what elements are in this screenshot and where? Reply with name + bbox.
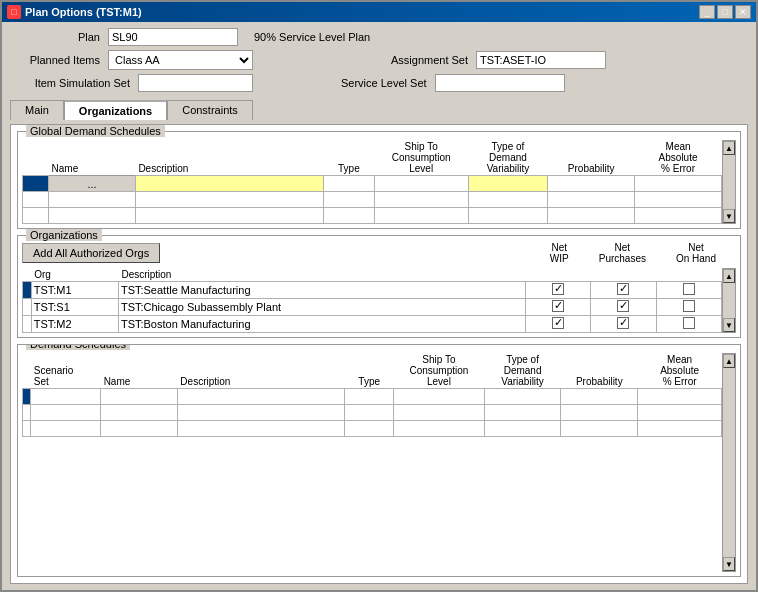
row-ship-cell[interactable] xyxy=(374,192,468,208)
org-cell[interactable]: TST:S1 xyxy=(31,299,118,316)
row-prob-cell[interactable] xyxy=(548,192,635,208)
org-desc-cell[interactable]: TST:Seattle Manufacturing xyxy=(118,282,525,299)
col-desc: Description xyxy=(118,268,525,282)
ds-mean-cell[interactable] xyxy=(638,421,722,437)
plan-input[interactable] xyxy=(108,28,238,46)
scroll-down[interactable]: ▼ xyxy=(723,557,735,571)
row-prob-cell[interactable] xyxy=(548,208,635,224)
ds-desc-cell[interactable] xyxy=(177,421,344,437)
org-cell[interactable]: TST:M1 xyxy=(31,282,118,299)
org-desc-cell[interactable]: TST:Boston Manufacturing xyxy=(118,316,525,333)
row-name-cell[interactable] xyxy=(49,208,136,224)
item-sim-input[interactable] xyxy=(138,74,253,92)
ds-ship-cell[interactable] xyxy=(394,421,485,437)
scroll-up[interactable]: ▲ xyxy=(723,269,735,283)
col-ds-type: Type xyxy=(345,353,394,389)
net-purchases-cell[interactable] xyxy=(591,299,656,316)
org-desc-cell[interactable]: TST:Chicago Subassembly Plant xyxy=(118,299,525,316)
net-wip-cell[interactable] xyxy=(525,299,590,316)
ds-type-cell[interactable] xyxy=(345,405,394,421)
scroll-down[interactable]: ▼ xyxy=(723,209,735,223)
net-wip-cell[interactable] xyxy=(525,282,590,299)
minimize-button[interactable]: _ xyxy=(699,5,715,19)
row-name-cell[interactable] xyxy=(49,192,136,208)
demand-schedules-table-area: ScenarioSet Name Description Type Ship T… xyxy=(22,353,736,572)
ds-type-demand-cell[interactable] xyxy=(484,405,561,421)
row-btn[interactable]: ... xyxy=(49,176,136,192)
net-on-hand-cell[interactable] xyxy=(656,282,721,299)
assignment-set-input[interactable] xyxy=(476,51,606,69)
tab-organizations[interactable]: Organizations xyxy=(64,100,167,120)
item-sim-label: Item Simulation Set xyxy=(10,77,130,89)
col-name: Name xyxy=(49,140,136,176)
net-on-hand-cell[interactable] xyxy=(656,299,721,316)
tab-main[interactable]: Main xyxy=(10,100,64,120)
service-level-input[interactable] xyxy=(435,74,565,92)
net-purchases-cell[interactable] xyxy=(591,282,656,299)
ds-type-demand-cell[interactable] xyxy=(484,389,561,405)
demand-schedules-scrollbar[interactable]: ▲ ▼ xyxy=(722,353,736,572)
net-wip-cell[interactable] xyxy=(525,316,590,333)
ds-type-cell[interactable] xyxy=(345,421,394,437)
row-mean-cell[interactable] xyxy=(635,208,722,224)
add-all-orgs-button[interactable]: Add All Authorized Orgs xyxy=(22,243,160,263)
col-ds-desc: Description xyxy=(177,353,344,389)
row-desc-cell[interactable] xyxy=(135,208,323,224)
plan-description: 90% Service Level Plan xyxy=(254,31,370,43)
scroll-down[interactable]: ▼ xyxy=(723,318,735,332)
row-prob-cell[interactable] xyxy=(548,176,635,192)
row-type-cell[interactable] xyxy=(324,208,375,224)
table-row: ... xyxy=(23,176,722,192)
planned-items-select[interactable]: Class AA Class AB Class B xyxy=(108,50,253,70)
ds-prob-cell[interactable] xyxy=(561,389,638,405)
ds-name-cell[interactable] xyxy=(101,405,178,421)
ds-ship-cell[interactable] xyxy=(394,405,485,421)
title-bar: □ Plan Options (TST:M1) _ □ ✕ xyxy=(2,2,756,22)
ds-name-cell[interactable] xyxy=(101,421,178,437)
ds-ship-cell[interactable] xyxy=(394,389,485,405)
row-type-cell[interactable] xyxy=(374,176,468,192)
scroll-up[interactable]: ▲ xyxy=(723,141,735,155)
scenario-set-cell[interactable] xyxy=(31,405,101,421)
table-row: TST:S1 TST:Chicago Subassembly Plant xyxy=(23,299,722,316)
scroll-up[interactable]: ▲ xyxy=(723,354,735,368)
scenario-set-cell[interactable] xyxy=(31,421,101,437)
global-demand-scrollbar[interactable]: ▲ ▼ xyxy=(722,140,736,224)
scenario-set-cell[interactable] xyxy=(31,389,101,405)
ds-type-demand-cell[interactable] xyxy=(484,421,561,437)
row-ship-cell[interactable] xyxy=(374,208,468,224)
row-type-demand-cell[interactable] xyxy=(468,192,548,208)
row-mean-cell[interactable] xyxy=(635,192,722,208)
row-ship-cell[interactable] xyxy=(468,176,548,192)
row-name-cell[interactable] xyxy=(135,176,323,192)
col-probability: Probability xyxy=(548,140,635,176)
close-button[interactable]: ✕ xyxy=(735,5,751,19)
ds-desc-cell[interactable] xyxy=(177,389,344,405)
tab-constraints[interactable]: Constraints xyxy=(167,100,253,120)
org-cell[interactable]: TST:M2 xyxy=(31,316,118,333)
ds-name-cell[interactable] xyxy=(101,389,178,405)
ds-mean-cell[interactable] xyxy=(638,405,722,421)
orgs-scrollbar[interactable]: ▲ ▼ xyxy=(722,268,736,333)
row-mean-cell[interactable] xyxy=(635,176,722,192)
row-desc-cell[interactable] xyxy=(324,176,375,192)
service-level-label: Service Level Set xyxy=(341,77,427,89)
ds-prob-cell[interactable] xyxy=(561,421,638,437)
net-purchases-header: NetPurchases xyxy=(599,242,646,264)
row-desc-cell[interactable] xyxy=(135,192,323,208)
ds-mean-cell[interactable] xyxy=(638,389,722,405)
planned-items-label: Planned Items xyxy=(10,54,100,66)
maximize-button[interactable]: □ xyxy=(717,5,733,19)
row-type-demand-cell[interactable] xyxy=(468,208,548,224)
table-row xyxy=(23,389,722,405)
net-on-hand-cell[interactable] xyxy=(656,316,721,333)
item-sim-row: Item Simulation Set Service Level Set xyxy=(10,74,748,92)
ds-desc-cell[interactable] xyxy=(177,405,344,421)
table-row xyxy=(23,192,722,208)
net-purchases-cell[interactable] xyxy=(591,316,656,333)
ds-type-cell[interactable] xyxy=(345,389,394,405)
global-demand-label: Global Demand Schedules xyxy=(26,125,165,137)
demand-schedules-table-wrap: ScenarioSet Name Description Type Ship T… xyxy=(22,353,722,572)
ds-prob-cell[interactable] xyxy=(561,405,638,421)
row-type-cell[interactable] xyxy=(324,192,375,208)
